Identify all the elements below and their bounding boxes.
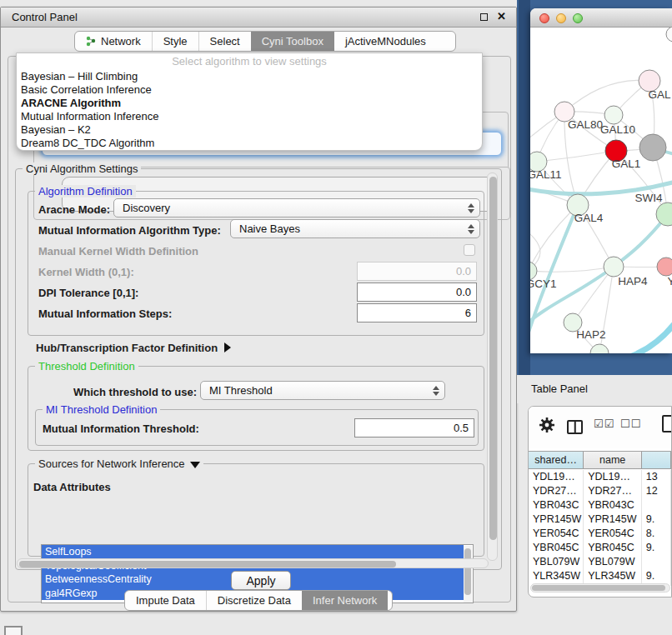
aracne-mode-combo[interactable]: Discovery	[113, 198, 480, 218]
bottom-tab-impute-data[interactable]: Impute Data	[125, 591, 206, 610]
table-row[interactable]: YPR145WYPR145W9.	[529, 512, 671, 527]
table-row[interactable]: YLR345WYLR345W9.	[529, 569, 671, 583]
node-label-hap2: HAP2	[576, 328, 605, 341]
split-columns-icon[interactable]	[567, 420, 583, 434]
mi-type-combo[interactable]: Naive Bayes	[230, 219, 480, 238]
unchecked-boxes-icon[interactable]: ☐☐	[620, 418, 641, 430]
table-row[interactable]: YBR043CYBR043C	[529, 498, 671, 512]
which-threshold-combo[interactable]: MI Threshold	[200, 381, 445, 400]
settings-group-title: Cyni Algorithm Settings	[23, 162, 141, 175]
bottom-tab-infer-network[interactable]: Infer Network	[302, 591, 388, 610]
sources-group-title[interactable]: Sources for Network Inference	[35, 458, 203, 470]
algorithm-option-bayesian-k2[interactable]: Bayesian – K2	[17, 123, 482, 137]
hub-transcription-label: Hub/Transcription Factor Definition	[36, 342, 218, 354]
kernel-width-field[interactable]: 0.0	[357, 262, 477, 281]
settings-vertical-scrollbar[interactable]	[487, 172, 498, 561]
network-node[interactable]	[590, 344, 609, 353]
mi-threshold-field[interactable]: 0.5	[354, 418, 474, 438]
table-cell: YDL19…	[584, 470, 642, 484]
bottom-tab-label: Infer Network	[313, 594, 377, 607]
table-cell: YBR043C	[584, 498, 642, 512]
network-graph: GALGAL80GAL10GAL1GAL11SWI4GAL4GCY1HAP4YH…	[530, 28, 672, 353]
apply-button[interactable]: Apply	[231, 571, 291, 590]
network-node-gal10[interactable]	[604, 106, 623, 124]
table-row[interactable]: YER054CYER054C8.	[529, 527, 671, 541]
network-graph-icon	[86, 36, 97, 47]
hub-transcription-section-toggle[interactable]: Hub/Transcription Factor Definition	[36, 342, 231, 354]
dpi-tolerance-label: DPI Tolerance [0,1]:	[38, 287, 138, 299]
settings-horizontal-scrollbar[interactable]	[17, 558, 489, 568]
network-node-swi4[interactable]	[656, 202, 672, 226]
combo-stepper-icon	[468, 199, 474, 217]
minimized-panel-icon[interactable]	[4, 626, 23, 635]
algorithm-option-basic-correlation-inference[interactable]: Basic Correlation Inference	[17, 83, 482, 97]
checked-boxes-icon[interactable]: ☑☑	[594, 418, 614, 430]
table-cell	[642, 498, 671, 512]
column-header-name[interactable]: name	[584, 452, 642, 468]
close-icon[interactable]: ✕	[497, 10, 506, 22]
node-label-gcy1: GCY1	[530, 278, 556, 290]
tab-cyni-toolbox[interactable]: Cyni Toolbox	[251, 32, 334, 51]
tab-jactivemnodules[interactable]: jActiveMNodules	[334, 32, 437, 51]
node-label-hap4: HAP4	[618, 275, 648, 288]
close-traffic-light-icon[interactable]	[539, 13, 549, 23]
table-horizontal-scrollbar[interactable]	[530, 583, 670, 592]
tab-style[interactable]: Style	[152, 32, 198, 51]
bottom-tab-label: Impute Data	[136, 594, 195, 607]
attribute-item-selfloops[interactable]: SelfLoops	[42, 545, 464, 559]
gear-icon[interactable]	[539, 417, 555, 433]
aracne-mode-label: Aracne Mode:	[38, 203, 110, 216]
algorithm-dropdown-popup: Select algorithm to view settings Bayesi…	[16, 52, 483, 151]
table-row[interactable]: YDR27…YDR27…12	[529, 484, 671, 498]
table-cell: YLR345W	[529, 569, 584, 583]
network-node[interactable]	[666, 28, 672, 42]
tab-network[interactable]: Network	[75, 32, 152, 51]
table-cell: 13	[642, 470, 671, 484]
algorithm-option-aracne-algorithm[interactable]: ARACNE Algorithm	[17, 97, 482, 110]
kernel-width-label: Kernel Width (0,1):	[38, 266, 134, 278]
table-cell	[642, 555, 671, 569]
network-node-y[interactable]	[657, 258, 672, 276]
network-node[interactable]	[639, 134, 666, 161]
network-view-window[interactable]: GALGAL80GAL10GAL1GAL11SWI4GAL4GCY1HAP4YH…	[530, 8, 672, 353]
mi-steps-field[interactable]: 6	[357, 303, 477, 322]
algorithm-option-mutual-information-inference[interactable]: Mutual Information Inference	[17, 110, 482, 123]
network-window-titlebar[interactable]	[530, 8, 672, 28]
algorithm-definition-group: Algorithm Definition Aracne Mode: Discov…	[28, 191, 484, 336]
tab-label: Network	[101, 35, 141, 48]
table-row[interactable]: YDL19…YDL19…13	[529, 470, 671, 484]
minimize-traffic-light-icon[interactable]	[556, 13, 566, 23]
combo-stepper-icon	[468, 220, 474, 238]
settings-horizontal-scrollbar-thumb[interactable]	[19, 561, 396, 568]
table-horizontal-scrollbar-thumb[interactable]	[532, 585, 665, 591]
mi-type-label: Mutual Information Algorithm Type:	[38, 224, 221, 237]
threshold-definition-group: Threshold Definition Which threshold to …	[28, 366, 484, 451]
table-cell: 9.	[642, 569, 671, 583]
table-row[interactable]: YBL079WYBL079W	[529, 555, 671, 569]
settings-vertical-scrollbar-thumb[interactable]	[489, 177, 497, 540]
algorithm-dropdown-options: Bayesian – Hill ClimbingBasic Correlatio…	[17, 70, 482, 150]
mi-threshold-group-title: MI Threshold Definition	[43, 403, 160, 416]
manual-kernel-checkbox[interactable]	[464, 244, 475, 256]
dpi-tolerance-field[interactable]: 0.0	[357, 282, 477, 302]
table-cell: YBR045C	[584, 541, 642, 555]
table-rows: YDL19…YDL19…13YDR27…YDR27…12YBR043CYBR04…	[529, 470, 671, 586]
algorithm-option-bayesian-hill-climbing[interactable]: Bayesian – Hill Climbing	[17, 70, 482, 83]
algorithm-dropdown-placeholder: Select algorithm to view settings	[17, 53, 482, 70]
algorithm-option-dream8-dc-tdc-algorithm[interactable]: Dream8 DC_TDC Algorithm	[17, 137, 482, 150]
attributes-scrollbar-thumb[interactable]	[464, 548, 471, 595]
column-header-shared-[interactable]: shared…	[529, 452, 584, 468]
control-panel-titlebar[interactable]: Control Panel ✕	[1, 8, 516, 28]
float-window-icon[interactable]	[480, 13, 488, 21]
file-icon[interactable]	[662, 415, 672, 432]
tab-select[interactable]: Select	[198, 32, 251, 51]
attributes-scrollbar[interactable]	[464, 546, 472, 603]
table-cell: YBL079W	[529, 555, 584, 569]
column-header-2[interactable]	[642, 452, 671, 468]
zoom-traffic-light-icon[interactable]	[573, 13, 583, 23]
network-node-hap4[interactable]	[604, 257, 624, 277]
table-row[interactable]: YBR045CYBR045C9.	[529, 541, 671, 555]
network-canvas[interactable]: GALGAL80GAL10GAL1GAL11SWI4GAL4GCY1HAP4YH…	[530, 28, 672, 353]
expanded-triangle-icon	[190, 462, 200, 468]
bottom-tab-discretize-data[interactable]: Discretize Data	[206, 591, 302, 610]
